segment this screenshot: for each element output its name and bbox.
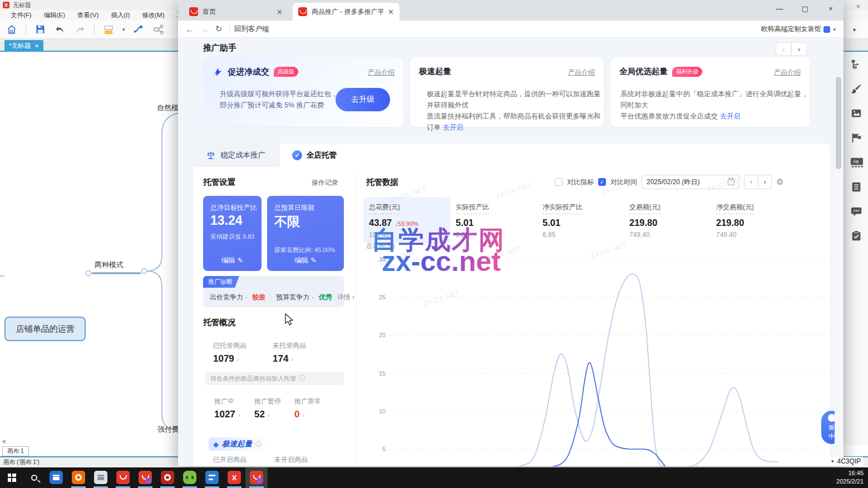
close-button[interactable]: × bbox=[818, 0, 844, 17]
tab-label: 稳定成本推广 bbox=[220, 150, 265, 160]
taskbar-app-pdd-promotion-active[interactable] bbox=[249, 470, 264, 485]
product-intro-link[interactable]: 产品介绍 bbox=[368, 68, 394, 77]
metric-card[interactable]: 交易额(元) 219.80 749.40 bbox=[624, 197, 711, 243]
stat-value-link[interactable]: 52 › bbox=[254, 409, 294, 420]
tab-close-icon[interactable]: ✕ bbox=[388, 8, 394, 16]
upgrade-button[interactable]: 去升级 bbox=[336, 88, 390, 111]
forward-icon[interactable]: → bbox=[197, 24, 211, 34]
task-checklist-icon[interactable] bbox=[850, 230, 862, 242]
menu-item[interactable]: 查看(V) bbox=[71, 11, 105, 19]
taskbar-app-pdd-merchant[interactable] bbox=[138, 470, 152, 485]
maximize-button[interactable]: ▢ bbox=[792, 0, 818, 17]
metric-card[interactable]: 净实际投产比 5.01 6.85 bbox=[537, 197, 624, 243]
xmind-logo-icon: X bbox=[3, 2, 9, 8]
pager-next-icon[interactable]: › bbox=[791, 42, 807, 56]
divider bbox=[270, 294, 271, 301]
gear-icon[interactable]: ⚙ bbox=[776, 177, 783, 187]
browser-tab-home[interactable]: 首页 ✕ bbox=[184, 3, 288, 21]
diagnosis-badge: 推广诊断 bbox=[203, 276, 239, 288]
compare-time-checkbox[interactable]: ✓ bbox=[598, 178, 606, 186]
enable-link[interactable]: 去开启 bbox=[719, 112, 741, 120]
edit-button[interactable]: 编辑 ✎ bbox=[267, 256, 344, 265]
stat-value-link[interactable]: 0 › bbox=[294, 409, 334, 420]
marker-flag-icon[interactable] bbox=[850, 132, 862, 144]
windows-logo-icon bbox=[8, 474, 16, 482]
home-icon[interactable] bbox=[6, 23, 18, 36]
taskbar-clock[interactable]: 16:45 2025/2/21 bbox=[836, 469, 864, 486]
minimize-button[interactable]: — bbox=[767, 0, 792, 17]
mindmap-child-bottom[interactable]: 强付费 bbox=[157, 425, 179, 435]
edit-button[interactable]: 编辑 ✎ bbox=[203, 256, 262, 265]
stat-value-link[interactable]: 174 › bbox=[273, 353, 332, 364]
back-to-client-link[interactable]: 回到客户端 bbox=[234, 24, 269, 34]
diag-label: 出价竞争力 · bbox=[210, 293, 247, 302]
xmind-document-tab[interactable]: *无标题 ✕ bbox=[4, 40, 43, 52]
operation-log-link[interactable]: 操作记录 bbox=[312, 178, 338, 188]
insert-image-icon[interactable] bbox=[850, 107, 862, 120]
tab-close-icon[interactable]: ✕ bbox=[277, 8, 283, 16]
doc-tab-close-icon[interactable]: ✕ bbox=[34, 43, 39, 49]
xmind-close-icon[interactable]: × bbox=[856, 2, 860, 11]
taskbar-app-xmind[interactable]: X bbox=[227, 470, 241, 485]
taskbar-search-button[interactable] bbox=[27, 470, 41, 485]
metric-card[interactable]: 净交易额(元) 219.80 749.40 bbox=[711, 197, 797, 243]
toolbar-overflow-icon[interactable]: ▾ bbox=[853, 27, 856, 33]
menu-item[interactable]: 编辑(E) bbox=[38, 11, 71, 19]
caret-down-icon[interactable]: ▾ bbox=[831, 459, 834, 464]
menu-item[interactable]: 修改(M) bbox=[136, 11, 170, 19]
card-body: 系统对非极速起量中的「稳定成本推广」进行全局调优起量，同时加大 平台优惠券发放力… bbox=[620, 88, 810, 122]
mindmap-child-top[interactable]: 自然模 bbox=[157, 103, 179, 113]
stat-item: 未开启商品 bbox=[274, 455, 336, 465]
taskbar-app-notepad[interactable] bbox=[93, 470, 108, 485]
page-scrollbar[interactable] bbox=[835, 76, 842, 466]
card-title: 促进净成交 bbox=[228, 67, 269, 77]
start-button[interactable] bbox=[4, 470, 19, 485]
topic-dropdown-icon[interactable]: ▾ bbox=[122, 27, 125, 32]
outline-structure-icon[interactable] bbox=[850, 58, 862, 71]
save-icon[interactable] bbox=[34, 23, 46, 36]
date-next-icon[interactable]: › bbox=[758, 175, 772, 189]
undo-icon[interactable] bbox=[54, 23, 66, 36]
stat-value-link[interactable]: 1079 › bbox=[213, 353, 273, 364]
mindmap-root-node[interactable]: 店铺单品的运营 bbox=[4, 317, 86, 341]
tab-stable-cost[interactable]: 稳定成本推广 bbox=[194, 144, 280, 167]
taskbar-app-sunflower[interactable] bbox=[71, 470, 86, 485]
collapse-panel-icon[interactable]: « bbox=[2, 437, 6, 445]
enable-link[interactable]: 去开启 bbox=[442, 124, 463, 131]
font-style-icon[interactable]: Aa bbox=[850, 156, 862, 169]
notes-icon[interactable] bbox=[850, 181, 862, 193]
mindmap-branch-node[interactable]: 两种模式 bbox=[95, 260, 124, 270]
compare-metric-checkbox[interactable] bbox=[555, 178, 563, 186]
relationship-icon[interactable] bbox=[133, 23, 145, 36]
stat-value-link[interactable]: 1027 › bbox=[214, 409, 254, 420]
tab-full-hosting[interactable]: ✓ 全店托管 bbox=[280, 144, 360, 167]
cloud-check-icon: ✓ bbox=[292, 150, 302, 160]
product-intro-link[interactable]: 产品介绍 bbox=[774, 68, 801, 77]
product-intro-link[interactable]: 产品介绍 bbox=[568, 68, 595, 77]
redo-icon[interactable] bbox=[74, 23, 86, 36]
scrollbar-thumb[interactable] bbox=[836, 77, 841, 169]
style-brush-icon[interactable] bbox=[850, 83, 862, 95]
comments-icon[interactable] bbox=[850, 205, 862, 218]
taskbar-app-red-o[interactable] bbox=[160, 470, 175, 485]
reload-icon[interactable]: ↻ bbox=[211, 24, 226, 34]
detail-link[interactable]: 详情 › bbox=[337, 293, 354, 302]
menu-item[interactable]: 文件(F) bbox=[4, 11, 38, 19]
browser-tab-promotion[interactable]: 商品推广 - 拼多多推广平台 ✕ bbox=[293, 3, 400, 21]
mouse-cursor bbox=[284, 313, 294, 327]
info-icon: ⓘ bbox=[299, 374, 305, 383]
pager-prev-icon[interactable]: ‹ bbox=[776, 42, 791, 56]
taskbar-app-green-creature[interactable] bbox=[183, 470, 197, 485]
share-node-icon[interactable] bbox=[153, 23, 165, 36]
back-icon[interactable]: ← bbox=[183, 24, 197, 34]
sheet-tab[interactable]: 画布 1 bbox=[2, 446, 29, 456]
taskbar-app-calculator[interactable] bbox=[49, 470, 63, 485]
date-prev-icon[interactable]: ‹ bbox=[744, 175, 758, 189]
balance-scale-icon bbox=[206, 150, 216, 160]
date-pager: ‹ › bbox=[744, 175, 772, 189]
taskbar-app-blue-tool[interactable] bbox=[205, 470, 219, 485]
insert-topic-icon[interactable] bbox=[102, 23, 115, 36]
menu-item[interactable]: 插入(I) bbox=[105, 11, 136, 19]
taskbar-app-pinduoduo[interactable] bbox=[116, 470, 130, 485]
account-menu[interactable]: 欧韩高端定制女装馆 ▾ bbox=[761, 21, 836, 38]
